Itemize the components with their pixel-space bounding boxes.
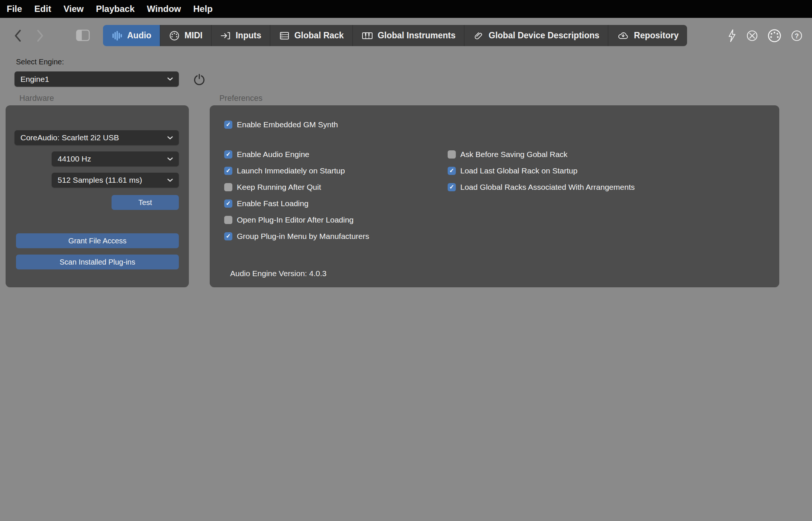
tab-global-device-descriptions[interactable]: Global Device Descriptions bbox=[464, 25, 608, 46]
midi-din-icon bbox=[169, 30, 180, 41]
sidebar-toggle-button[interactable] bbox=[76, 29, 90, 41]
menubar: File Edit View Playback Window Help bbox=[0, 0, 812, 18]
chevron-down-icon bbox=[167, 136, 173, 140]
engine-power-button[interactable] bbox=[192, 72, 207, 87]
checkbox-row[interactable]: Keep Running After Quit bbox=[224, 183, 321, 192]
menu-window[interactable]: Window bbox=[147, 4, 181, 14]
hardware-panel: CoreAudio: Scarlett 2i2 USB 44100 Hz 512… bbox=[6, 105, 189, 287]
checkbox-row[interactable]: Enable Fast Loading bbox=[224, 199, 309, 208]
sidebar-toggle-icon bbox=[76, 29, 90, 41]
paperclip-icon bbox=[473, 30, 484, 41]
checkbox-row[interactable]: Open Plug-In Editor After Loading bbox=[224, 215, 354, 224]
rack-icon bbox=[279, 30, 290, 41]
select-engine-label: Select Engine: bbox=[16, 58, 64, 66]
engine-select[interactable]: Engine1 bbox=[14, 71, 179, 87]
tab-label: MIDI bbox=[184, 31, 203, 41]
chevron-left-icon bbox=[13, 28, 23, 43]
checkbox[interactable] bbox=[448, 183, 456, 191]
power-icon bbox=[192, 72, 207, 87]
checkbox-row[interactable]: Launch Immediately on Startup bbox=[224, 166, 345, 175]
sample-rate-select[interactable]: 44100 Hz bbox=[52, 151, 179, 166]
tab-global-instruments[interactable]: Global Instruments bbox=[353, 25, 465, 46]
checkbox-label: Open Plug-In Editor After Loading bbox=[237, 215, 354, 224]
help-button[interactable]: ? bbox=[790, 29, 804, 43]
midi-din-icon bbox=[767, 28, 782, 44]
chevron-down-icon bbox=[167, 77, 173, 81]
tab-label: Global Device Descriptions bbox=[489, 31, 599, 41]
audio-device-value: CoreAudio: Scarlett 2i2 USB bbox=[20, 133, 164, 142]
tab-inputs[interactable]: Inputs bbox=[212, 25, 270, 46]
chevron-down-icon bbox=[167, 157, 173, 161]
checkbox-label: Keep Running After Quit bbox=[237, 183, 321, 192]
tab-repository[interactable]: Repository bbox=[608, 25, 687, 46]
checkbox-label: Enable Fast Loading bbox=[237, 199, 309, 208]
tab-label: Global Rack bbox=[294, 31, 344, 41]
tab-global-rack[interactable]: Global Rack bbox=[270, 25, 353, 46]
buffer-size-select[interactable]: 512 Samples (11.61 ms) bbox=[52, 173, 179, 188]
checkbox-label: Enable Audio Engine bbox=[237, 150, 309, 159]
checkbox-label: Group Plug-in Menu by Manufacturers bbox=[237, 232, 369, 241]
checkbox[interactable] bbox=[224, 232, 232, 240]
back-button[interactable] bbox=[12, 25, 24, 46]
tab-midi[interactable]: MIDI bbox=[160, 25, 212, 46]
tab-label: Audio bbox=[127, 31, 151, 41]
svg-text:?: ? bbox=[795, 32, 799, 39]
menu-view[interactable]: View bbox=[64, 4, 84, 14]
tab-label: Repository bbox=[634, 31, 679, 41]
chevron-down-icon bbox=[167, 179, 173, 182]
checkbox[interactable] bbox=[224, 183, 232, 191]
checkbox-row[interactable]: Load Global Racks Associated With Arrang… bbox=[448, 183, 635, 192]
audio-device-select[interactable]: CoreAudio: Scarlett 2i2 USB bbox=[14, 130, 179, 145]
toolbar-right-icons: ? bbox=[726, 25, 804, 46]
checkbox[interactable] bbox=[224, 150, 232, 159]
preferences-section-title: Preferences bbox=[219, 94, 262, 103]
checkbox[interactable] bbox=[224, 121, 232, 129]
lightning-button[interactable] bbox=[726, 28, 738, 43]
checkbox[interactable] bbox=[224, 216, 232, 224]
menu-help[interactable]: Help bbox=[193, 4, 213, 14]
checkbox-label: Ask Before Saving Gobal Rack bbox=[460, 150, 567, 159]
checkbox-row[interactable]: Ask Before Saving Gobal Rack bbox=[448, 150, 567, 159]
checkbox-row[interactable]: Load Last Global Rack on Startup bbox=[448, 166, 577, 175]
hardware-section-title: Hardware bbox=[19, 94, 54, 103]
checkbox[interactable] bbox=[448, 167, 456, 175]
sample-rate-value: 44100 Hz bbox=[58, 154, 164, 163]
checkbox-row[interactable]: Enable Audio Engine bbox=[224, 150, 309, 159]
midi-activity-button[interactable] bbox=[767, 28, 782, 44]
tab-label: Global Instruments bbox=[378, 31, 456, 41]
menu-playback[interactable]: Playback bbox=[96, 4, 135, 14]
cloud-download-icon bbox=[617, 30, 629, 41]
checkbox-row[interactable]: Enable Embedded GM Synth bbox=[224, 120, 338, 129]
input-arrow-icon bbox=[220, 30, 231, 41]
forward-button[interactable] bbox=[34, 25, 46, 46]
buffer-size-value: 512 Samples (11.61 ms) bbox=[58, 176, 164, 185]
checkbox-label: Launch Immediately on Startup bbox=[237, 166, 345, 175]
tab-audio[interactable]: Audio bbox=[103, 25, 160, 46]
lightning-icon bbox=[726, 28, 738, 43]
preferences-panel: Enable Embedded GM Synth Enable Audio En… bbox=[210, 105, 779, 287]
help-icon: ? bbox=[790, 29, 804, 43]
menu-edit[interactable]: Edit bbox=[34, 4, 51, 14]
chevron-right-icon bbox=[35, 28, 45, 43]
checkbox[interactable] bbox=[448, 150, 456, 159]
tab-label: Inputs bbox=[236, 31, 261, 41]
checkbox-label: Load Global Racks Associated With Arrang… bbox=[460, 183, 635, 192]
waveform-icon bbox=[112, 30, 123, 41]
toolbar-tabs: Audio MIDI Inputs bbox=[103, 25, 687, 46]
checkbox[interactable] bbox=[224, 167, 232, 175]
grant-file-access-button[interactable]: Grant File Access bbox=[16, 233, 179, 248]
checkbox-row[interactable]: Group Plug-in Menu by Manufacturers bbox=[224, 232, 369, 241]
test-button[interactable]: Test bbox=[112, 195, 179, 210]
checkbox[interactable] bbox=[224, 199, 232, 208]
checkbox-label: Enable Embedded GM Synth bbox=[237, 120, 338, 129]
engine-select-value: Engine1 bbox=[20, 75, 164, 84]
menu-file[interactable]: File bbox=[7, 4, 22, 14]
midi-off-icon bbox=[745, 29, 759, 43]
midi-off-button[interactable] bbox=[745, 29, 759, 43]
scan-plugins-button[interactable]: Scan Installed Plug-ins bbox=[16, 255, 179, 269]
audio-engine-version: Audio Engine Version: 4.0.3 bbox=[230, 269, 326, 278]
checkbox-label: Load Last Global Rack on Startup bbox=[460, 166, 577, 175]
piano-icon bbox=[361, 30, 373, 41]
